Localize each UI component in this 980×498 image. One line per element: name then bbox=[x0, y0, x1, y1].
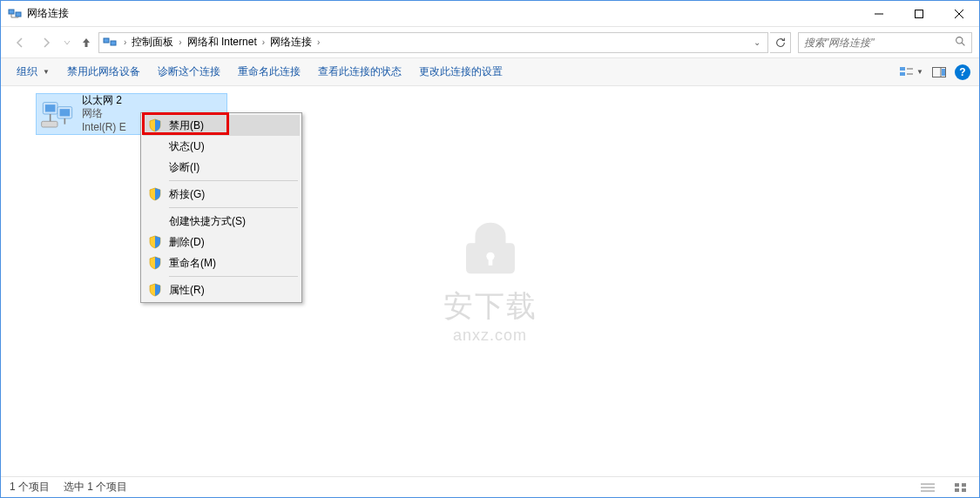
network-adapter-icon bbox=[40, 97, 75, 131]
svg-rect-22 bbox=[60, 109, 71, 116]
watermark-text-2: anxz.com bbox=[443, 326, 537, 345]
search-box[interactable] bbox=[798, 32, 972, 53]
preview-pane-button[interactable] bbox=[927, 62, 951, 83]
watermark: 安下载 anxz.com bbox=[443, 218, 537, 345]
svg-rect-23 bbox=[42, 121, 57, 127]
svg-rect-32 bbox=[962, 488, 966, 492]
toolbar-rename[interactable]: 重命名此连接 bbox=[231, 61, 308, 83]
close-button[interactable] bbox=[939, 1, 979, 27]
chevron-right-icon: › bbox=[314, 37, 323, 47]
context-menu-separator bbox=[169, 180, 298, 181]
address-dropdown[interactable]: ⌄ bbox=[750, 37, 764, 47]
selected-count: 选中 1 个项目 bbox=[64, 480, 127, 495]
search-icon bbox=[955, 36, 966, 50]
toolbar-disable[interactable]: 禁用此网络设备 bbox=[60, 61, 147, 83]
details-view-button[interactable] bbox=[918, 480, 937, 495]
chevron-right-icon: › bbox=[120, 37, 130, 47]
view-options-button[interactable]: ▼ bbox=[899, 62, 923, 83]
context-menu-label: 状态(U) bbox=[169, 139, 205, 154]
context-menu-label: 禁用(B) bbox=[169, 118, 204, 133]
back-button[interactable] bbox=[8, 30, 32, 55]
svg-rect-10 bbox=[900, 67, 905, 71]
adapter-status: 网络 bbox=[82, 107, 126, 121]
context-menu-item[interactable]: 诊断(I) bbox=[143, 157, 300, 178]
organize-button[interactable]: 组织▼ bbox=[10, 61, 57, 83]
content-area: 安下载 anxz.com 以太网 2 网络 Intel(R) E 禁用(B)状态… bbox=[1, 86, 979, 476]
chevron-right-icon: › bbox=[175, 37, 185, 47]
context-menu-item[interactable]: 禁用(B) bbox=[143, 115, 300, 136]
adapter-device: Intel(R) E bbox=[82, 121, 126, 135]
breadcrumb-item[interactable]: 控制面板 bbox=[130, 35, 175, 50]
network-connections-icon bbox=[103, 36, 117, 50]
svg-point-8 bbox=[956, 37, 963, 43]
context-menu-item[interactable]: 重命名(M) bbox=[143, 252, 300, 273]
context-menu-label: 属性(R) bbox=[169, 283, 205, 298]
context-menu-item[interactable]: 桥接(G) bbox=[143, 184, 300, 205]
context-menu: 禁用(B)状态(U)诊断(I)桥接(G)创建快捷方式(S)删除(D)重命名(M)… bbox=[140, 112, 302, 303]
up-button[interactable] bbox=[76, 30, 97, 55]
svg-rect-20 bbox=[45, 104, 56, 111]
context-menu-label: 创建快捷方式(S) bbox=[169, 214, 246, 229]
svg-rect-0 bbox=[9, 10, 14, 14]
context-menu-label: 桥接(G) bbox=[169, 187, 205, 202]
lock-icon bbox=[460, 218, 521, 279]
svg-rect-18 bbox=[488, 259, 492, 266]
context-menu-item[interactable]: 创建快捷方式(S) bbox=[143, 211, 300, 232]
statusbar: 1 个项目 选中 1 个项目 bbox=[1, 476, 979, 497]
watermark-text-1: 安下载 bbox=[443, 286, 537, 326]
minimize-button[interactable] bbox=[859, 1, 899, 27]
context-menu-separator bbox=[169, 207, 298, 208]
svg-rect-16 bbox=[942, 69, 945, 76]
context-menu-item[interactable]: 删除(D) bbox=[143, 232, 300, 252]
toolbar: 组织▼ 禁用此网络设备 诊断这个连接 重命名此连接 查看此连接的状态 更改此连接… bbox=[1, 58, 979, 86]
svg-point-17 bbox=[486, 252, 494, 260]
window-title: 网络连接 bbox=[27, 6, 69, 21]
app-icon bbox=[8, 7, 22, 21]
titlebar: 网络连接 bbox=[1, 1, 979, 27]
breadcrumb-item[interactable]: 网络和 Internet bbox=[186, 35, 259, 50]
context-menu-separator bbox=[169, 276, 298, 277]
svg-rect-11 bbox=[900, 72, 905, 76]
forward-button[interactable] bbox=[34, 30, 58, 55]
adapter-name: 以太网 2 bbox=[82, 94, 126, 108]
breadcrumb-item[interactable]: 网络连接 bbox=[268, 35, 314, 50]
svg-rect-6 bbox=[104, 38, 109, 43]
context-menu-label: 重命名(M) bbox=[169, 256, 216, 271]
svg-rect-31 bbox=[955, 488, 959, 492]
svg-rect-3 bbox=[916, 10, 923, 17]
svg-rect-7 bbox=[111, 41, 116, 45]
navbar: › 控制面板 › 网络和 Internet › 网络连接 › ⌄ bbox=[1, 27, 979, 58]
context-menu-item[interactable]: 属性(R) bbox=[143, 279, 300, 300]
toolbar-change-settings[interactable]: 更改此连接的设置 bbox=[412, 61, 510, 83]
svg-line-9 bbox=[962, 43, 964, 45]
recent-dropdown[interactable] bbox=[60, 30, 74, 55]
svg-rect-30 bbox=[962, 483, 966, 487]
chevron-right-icon: › bbox=[259, 37, 268, 47]
help-button[interactable]: ? bbox=[955, 64, 970, 80]
maximize-button[interactable] bbox=[899, 1, 939, 27]
toolbar-diagnose[interactable]: 诊断这个连接 bbox=[151, 61, 227, 83]
context-menu-item[interactable]: 状态(U) bbox=[143, 136, 300, 157]
svg-rect-1 bbox=[16, 12, 21, 17]
item-count: 1 个项目 bbox=[10, 480, 50, 495]
toolbar-view-status[interactable]: 查看此连接的状态 bbox=[311, 61, 409, 83]
svg-rect-29 bbox=[955, 483, 959, 487]
search-input[interactable] bbox=[804, 37, 955, 49]
context-menu-label: 诊断(I) bbox=[169, 160, 199, 175]
context-menu-label: 删除(D) bbox=[169, 235, 205, 250]
large-icons-view-button[interactable] bbox=[951, 480, 970, 495]
address-bar[interactable]: › 控制面板 › 网络和 Internet › 网络连接 › ⌄ bbox=[98, 32, 768, 53]
refresh-button[interactable] bbox=[770, 32, 791, 53]
